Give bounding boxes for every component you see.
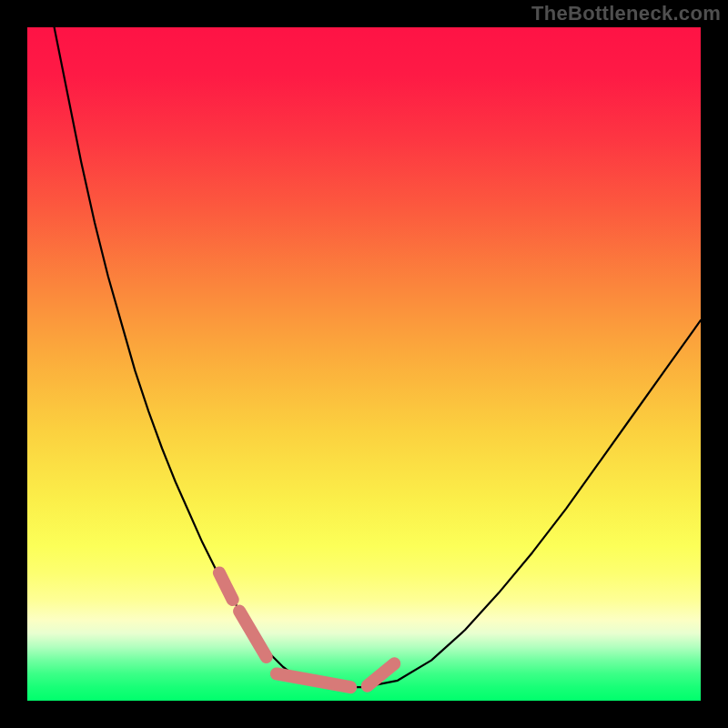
marker-left-lower: [239, 612, 267, 657]
marker-left-upper: [219, 572, 233, 600]
plot-area: [27, 27, 701, 701]
marker-valley: [277, 673, 350, 687]
bottleneck-curve: [55, 27, 701, 687]
watermark-label: TheBottleneck.com: [531, 2, 721, 25]
chart-frame: TheBottleneck.com: [0, 0, 728, 728]
curve-layer: [27, 27, 701, 701]
marker-segments: [219, 572, 394, 687]
